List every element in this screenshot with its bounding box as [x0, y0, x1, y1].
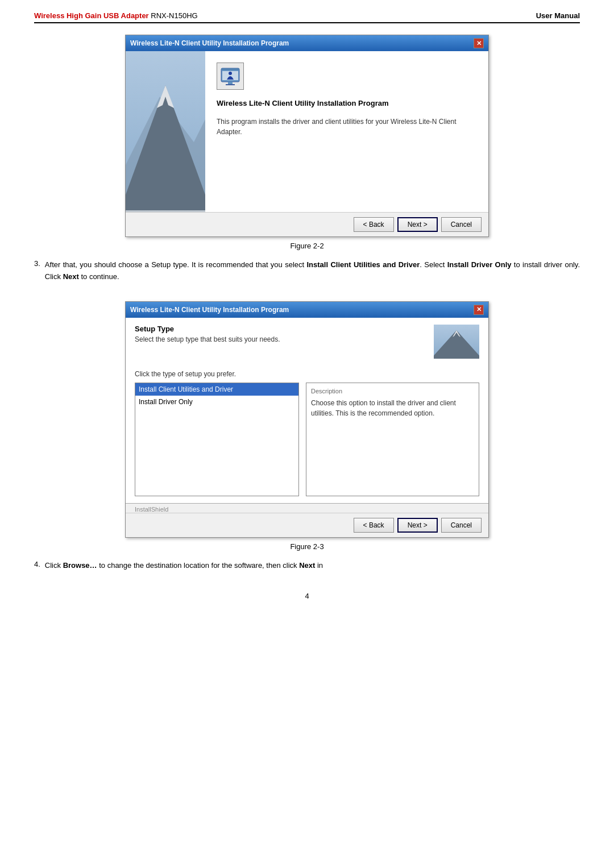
svg-rect-5	[221, 68, 239, 70]
close-button-2[interactable]: ✕	[474, 305, 484, 315]
svg-rect-8	[226, 84, 235, 85]
dialog-main-title-1: Wireless Lite-N Client Utility Installat…	[217, 99, 477, 107]
setup-click-label: Click the type of setup you prefer.	[135, 370, 479, 378]
setup-header-graphic	[434, 325, 479, 359]
next-button-1[interactable]: Next >	[397, 217, 438, 232]
dialog-left-panel-1	[126, 51, 205, 212]
svg-point-9	[229, 72, 232, 75]
figure2-3-dialog: Wireless Lite-N Client Utility Installat…	[125, 301, 489, 538]
figure2-2-dialog: Wireless Lite-N Client Utility Installat…	[125, 35, 489, 237]
back-button-1[interactable]: < Back	[354, 217, 394, 232]
setup-list-panel[interactable]: Install Client Utilities and Driver Inst…	[135, 383, 299, 496]
dialog-footer-1: < Back Next > Cancel	[126, 212, 488, 236]
setup-header-section: Setup Type Select the setup type that be…	[126, 318, 488, 363]
setup-description-text: Choose this option to install the driver…	[311, 398, 474, 418]
setup-list-item-1[interactable]: Install Driver Only	[135, 396, 298, 408]
step-3: 3. After that, you should choose a Setup…	[34, 259, 580, 292]
setup-header-text: Setup Type Select the setup type that be…	[135, 325, 280, 343]
setup-content: Click the type of setup you prefer. Inst…	[126, 363, 488, 503]
dialog-body-1: Wireless Lite-N Client Utility Installat…	[126, 51, 488, 212]
next-button-2[interactable]: Next >	[397, 518, 438, 533]
installshield-bar: InstallShield	[126, 503, 488, 513]
step-number-3: 3.	[34, 259, 40, 292]
page-number: 4	[34, 592, 580, 600]
cancel-button-2[interactable]: Cancel	[441, 518, 482, 533]
dialog-title-1: Wireless Lite-N Client Utility Installat…	[130, 39, 289, 47]
dialog-body-2: Setup Type Select the setup type that be…	[126, 318, 488, 503]
figure-caption-2: Figure 2-3	[34, 542, 580, 551]
back-button-2[interactable]: < Back	[354, 518, 394, 533]
dialog-titlebar-2: Wireless Lite-N Client Utility Installat…	[126, 302, 488, 318]
dialog-description-1: This program installs the driver and cli…	[217, 117, 477, 137]
setup-type-subtitle: Select the setup type that best suits yo…	[135, 335, 280, 343]
program-icon-1	[217, 63, 244, 90]
header-product: Wireless High Gain USB Adapter RNX-N150H…	[34, 11, 198, 20]
close-button-1[interactable]: ✕	[474, 38, 484, 48]
dialog-footer-2: < Back Next > Cancel	[126, 513, 488, 537]
step-number-4: 4.	[34, 560, 40, 581]
setup-panels: Install Client Utilities and Driver Inst…	[135, 383, 479, 496]
step-4: 4. Click Browse… to change the destinati…	[34, 560, 580, 581]
dialog-right-panel-1: Wireless Lite-N Client Utility Installat…	[205, 51, 488, 212]
cancel-button-1[interactable]: Cancel	[441, 217, 482, 232]
figure-caption-1: Figure 2-2	[34, 242, 580, 250]
dialog-titlebar-1: Wireless Lite-N Client Utility Installat…	[126, 35, 488, 51]
setup-type-title: Setup Type	[135, 325, 280, 333]
step-4-text: Click Browse… to change the destination …	[45, 560, 323, 572]
dialog-title-2: Wireless Lite-N Client Utility Installat…	[130, 306, 289, 314]
setup-description-panel: Description Choose this option to instal…	[306, 383, 479, 496]
setup-description-label: Description	[311, 388, 474, 394]
svg-rect-7	[228, 82, 233, 84]
header-manual: User Manual	[536, 11, 580, 20]
page-header: Wireless High Gain USB Adapter RNX-N150H…	[34, 11, 580, 23]
setup-list-item-0[interactable]: Install Client Utilities and Driver	[135, 383, 298, 396]
step-3-text: After that, you should choose a Setup ty…	[45, 259, 580, 283]
